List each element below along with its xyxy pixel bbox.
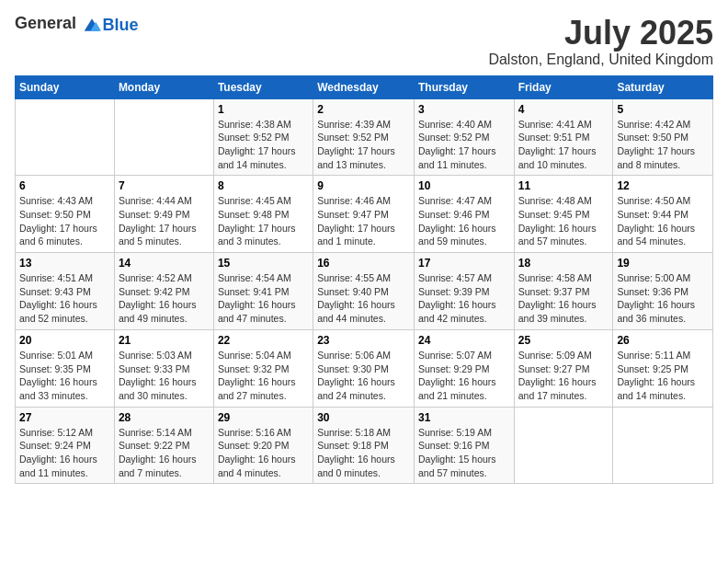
calendar-cell: 21Sunrise: 5:03 AM Sunset: 9:33 PM Dayli… — [114, 329, 213, 407]
calendar-cell: 30Sunrise: 5:18 AM Sunset: 9:18 PM Dayli… — [313, 407, 415, 484]
day-number: 13 — [19, 257, 110, 270]
header-wednesday: Wednesday — [313, 75, 415, 98]
day-info: Sunrise: 4:46 AM Sunset: 9:47 PM Dayligh… — [317, 194, 410, 248]
logo-icon — [83, 16, 101, 34]
day-number: 16 — [317, 257, 410, 270]
header-friday: Friday — [514, 75, 613, 98]
day-info: Sunrise: 5:09 AM Sunset: 9:27 PM Dayligh… — [518, 349, 609, 403]
calendar-cell: 5Sunrise: 4:42 AM Sunset: 9:50 PM Daylig… — [613, 98, 713, 176]
day-number: 6 — [19, 179, 110, 192]
day-number: 2 — [317, 103, 410, 116]
calendar-cell: 18Sunrise: 4:58 AM Sunset: 9:37 PM Dayli… — [514, 253, 613, 330]
calendar-cell: 13Sunrise: 4:51 AM Sunset: 9:43 PM Dayli… — [16, 253, 115, 330]
day-info: Sunrise: 4:41 AM Sunset: 9:51 PM Dayligh… — [518, 118, 609, 172]
day-number: 27 — [19, 411, 110, 424]
day-info: Sunrise: 4:51 AM Sunset: 9:43 PM Dayligh… — [19, 271, 110, 326]
day-info: Sunrise: 4:40 AM Sunset: 9:52 PM Dayligh… — [418, 118, 510, 172]
logo: General Blue — [15, 15, 139, 34]
day-info: Sunrise: 4:47 AM Sunset: 9:46 PM Dayligh… — [418, 194, 510, 248]
header-monday: Monday — [114, 75, 213, 98]
calendar-cell: 3Sunrise: 4:40 AM Sunset: 9:52 PM Daylig… — [414, 98, 514, 176]
calendar-title: July 2025 — [488, 15, 713, 52]
day-number: 9 — [317, 179, 410, 192]
logo-blue: Blue — [103, 16, 139, 34]
calendar-cell — [16, 98, 115, 176]
day-number: 22 — [218, 334, 309, 347]
day-number: 30 — [317, 411, 410, 424]
day-info: Sunrise: 5:06 AM Sunset: 9:30 PM Dayligh… — [317, 349, 410, 403]
calendar-cell: 4Sunrise: 4:41 AM Sunset: 9:51 PM Daylig… — [514, 98, 613, 176]
calendar-cell: 14Sunrise: 4:52 AM Sunset: 9:42 PM Dayli… — [114, 253, 213, 330]
calendar-cell — [613, 407, 713, 484]
calendar-cell: 19Sunrise: 5:00 AM Sunset: 9:36 PM Dayli… — [613, 253, 713, 330]
day-number: 7 — [119, 179, 210, 192]
day-info: Sunrise: 5:12 AM Sunset: 9:24 PM Dayligh… — [19, 426, 110, 480]
calendar-subtitle: Dalston, England, United Kingdom — [488, 52, 713, 68]
calendar-week-row: 13Sunrise: 4:51 AM Sunset: 9:43 PM Dayli… — [16, 253, 713, 330]
day-info: Sunrise: 4:43 AM Sunset: 9:50 PM Dayligh… — [19, 194, 110, 248]
day-number: 19 — [617, 257, 709, 270]
calendar-cell: 8Sunrise: 4:45 AM Sunset: 9:48 PM Daylig… — [213, 176, 313, 253]
day-info: Sunrise: 4:42 AM Sunset: 9:50 PM Dayligh… — [617, 118, 709, 172]
day-number: 28 — [119, 411, 210, 424]
day-number: 25 — [518, 334, 609, 347]
day-info: Sunrise: 4:55 AM Sunset: 9:40 PM Dayligh… — [317, 271, 410, 326]
day-info: Sunrise: 4:58 AM Sunset: 9:37 PM Dayligh… — [518, 271, 609, 326]
day-number: 17 — [418, 257, 510, 270]
day-info: Sunrise: 4:38 AM Sunset: 9:52 PM Dayligh… — [218, 118, 309, 172]
day-info: Sunrise: 4:54 AM Sunset: 9:41 PM Dayligh… — [218, 271, 309, 326]
day-number: 31 — [418, 411, 510, 424]
calendar-cell — [114, 98, 213, 176]
calendar-cell: 6Sunrise: 4:43 AM Sunset: 9:50 PM Daylig… — [16, 176, 115, 253]
day-info: Sunrise: 5:18 AM Sunset: 9:18 PM Dayligh… — [317, 426, 410, 480]
header-tuesday: Tuesday — [213, 75, 313, 98]
calendar-cell: 24Sunrise: 5:07 AM Sunset: 9:29 PM Dayli… — [414, 329, 514, 407]
day-number: 10 — [418, 179, 510, 192]
calendar-cell — [514, 407, 613, 484]
day-info: Sunrise: 5:19 AM Sunset: 9:16 PM Dayligh… — [418, 426, 510, 480]
page-header: General Blue July 2025 Dalston, England,… — [15, 15, 713, 68]
day-number: 18 — [518, 257, 609, 270]
day-info: Sunrise: 4:44 AM Sunset: 9:49 PM Dayligh… — [119, 194, 210, 248]
calendar-cell: 27Sunrise: 5:12 AM Sunset: 9:24 PM Dayli… — [16, 407, 115, 484]
day-info: Sunrise: 5:11 AM Sunset: 9:25 PM Dayligh… — [617, 349, 709, 403]
day-info: Sunrise: 4:45 AM Sunset: 9:48 PM Dayligh… — [218, 194, 309, 248]
calendar-cell: 2Sunrise: 4:39 AM Sunset: 9:52 PM Daylig… — [313, 98, 415, 176]
day-info: Sunrise: 4:48 AM Sunset: 9:45 PM Dayligh… — [518, 194, 609, 248]
calendar-table: Sunday Monday Tuesday Wednesday Thursday… — [15, 75, 713, 485]
day-number: 12 — [617, 179, 709, 192]
calendar-cell: 9Sunrise: 4:46 AM Sunset: 9:47 PM Daylig… — [313, 176, 415, 253]
calendar-week-row: 1Sunrise: 4:38 AM Sunset: 9:52 PM Daylig… — [16, 98, 713, 176]
calendar-cell: 1Sunrise: 4:38 AM Sunset: 9:52 PM Daylig… — [213, 98, 313, 176]
calendar-cell: 15Sunrise: 4:54 AM Sunset: 9:41 PM Dayli… — [213, 253, 313, 330]
calendar-cell: 22Sunrise: 5:04 AM Sunset: 9:32 PM Dayli… — [213, 329, 313, 407]
day-number: 23 — [317, 334, 410, 347]
day-info: Sunrise: 4:39 AM Sunset: 9:52 PM Dayligh… — [317, 118, 410, 172]
day-number: 3 — [418, 103, 510, 116]
calendar-week-row: 6Sunrise: 4:43 AM Sunset: 9:50 PM Daylig… — [16, 176, 713, 253]
calendar-cell: 23Sunrise: 5:06 AM Sunset: 9:30 PM Dayli… — [313, 329, 415, 407]
calendar-cell: 25Sunrise: 5:09 AM Sunset: 9:27 PM Dayli… — [514, 329, 613, 407]
logo-general: General — [15, 14, 76, 32]
calendar-cell: 31Sunrise: 5:19 AM Sunset: 9:16 PM Dayli… — [414, 407, 514, 484]
day-info: Sunrise: 5:16 AM Sunset: 9:20 PM Dayligh… — [218, 426, 309, 480]
calendar-cell: 29Sunrise: 5:16 AM Sunset: 9:20 PM Dayli… — [213, 407, 313, 484]
day-number: 29 — [218, 411, 309, 424]
header-sunday: Sunday — [16, 75, 115, 98]
calendar-cell: 10Sunrise: 4:47 AM Sunset: 9:46 PM Dayli… — [414, 176, 514, 253]
day-info: Sunrise: 5:03 AM Sunset: 9:33 PM Dayligh… — [119, 349, 210, 403]
calendar-cell: 12Sunrise: 4:50 AM Sunset: 9:44 PM Dayli… — [613, 176, 713, 253]
day-number: 14 — [119, 257, 210, 270]
calendar-cell: 7Sunrise: 4:44 AM Sunset: 9:49 PM Daylig… — [114, 176, 213, 253]
header-saturday: Saturday — [613, 75, 713, 98]
day-number: 24 — [418, 334, 510, 347]
day-info: Sunrise: 4:50 AM Sunset: 9:44 PM Dayligh… — [617, 194, 709, 248]
calendar-header-row: Sunday Monday Tuesday Wednesday Thursday… — [16, 75, 713, 98]
day-number: 15 — [218, 257, 309, 270]
calendar-cell: 28Sunrise: 5:14 AM Sunset: 9:22 PM Dayli… — [114, 407, 213, 484]
day-number: 4 — [518, 103, 609, 116]
day-number: 20 — [19, 334, 110, 347]
day-number: 11 — [518, 179, 609, 192]
calendar-cell: 26Sunrise: 5:11 AM Sunset: 9:25 PM Dayli… — [613, 329, 713, 407]
day-info: Sunrise: 4:57 AM Sunset: 9:39 PM Dayligh… — [418, 271, 510, 326]
